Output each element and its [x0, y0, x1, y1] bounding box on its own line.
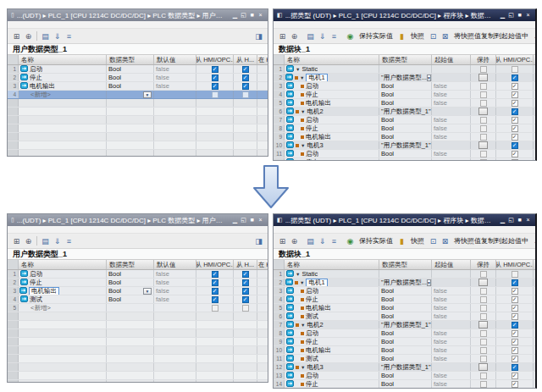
retain-checkbox[interactable] [478, 279, 488, 286]
table-row[interactable]: 8停止Boolfalse✓✓✓ [274, 124, 535, 133]
name-cell[interactable]: ▼电机2 [285, 108, 379, 115]
name-cell[interactable]: ▼电机1 [285, 279, 379, 286]
from-hmi-checkbox[interactable]: ✓ [242, 271, 249, 278]
list-icon[interactable]: ≡ [64, 235, 75, 246]
table-row[interactable]: 3电机输出Bool▾false✓✓✓ [8, 287, 268, 295]
download-icon[interactable]: ⇓ [52, 30, 63, 41]
expand-triangle-icon[interactable]: ▼ [301, 143, 305, 148]
name-cell[interactable]: 电机输出 [285, 133, 379, 141]
hmi-opc-checkbox[interactable]: ✓ [512, 305, 518, 312]
copy-down-icon[interactable]: ⇊ [532, 30, 535, 41]
close-button[interactable]: × [524, 215, 532, 225]
list-icon[interactable]: ≡ [329, 30, 340, 41]
table-row[interactable]: 10电机输出Boolfalse✓✓✓ [274, 346, 535, 355]
name-cell[interactable]: 启动 [285, 329, 379, 337]
datatype-cell[interactable]: Bool [379, 133, 432, 141]
table-row[interactable]: 3启动Boolfalse✓✓✓ [274, 287, 535, 295]
lock-icon[interactable]: ▮ [396, 30, 407, 41]
datatype-cell[interactable]: Bool [379, 116, 432, 124]
startvalue-cell[interactable]: false [432, 312, 471, 320]
close-button[interactable]: × [524, 10, 532, 20]
download-icon[interactable]: ⇓ [317, 235, 328, 246]
hmi-opc-checkbox[interactable]: ✓ [512, 108, 518, 115]
name-cell[interactable]: 启动 [285, 287, 379, 295]
retain-checkbox[interactable] [480, 347, 487, 354]
hmi-opc-checkbox[interactable] [212, 305, 218, 312]
table-row[interactable]: 2▼电机1"用户数据类型...▾✓✓✓ [274, 74, 535, 82]
datatype-cell[interactable]: Bool [107, 270, 154, 278]
list-icon[interactable]: ≡ [329, 235, 340, 246]
hmi-opc-checkbox[interactable]: ✓ [512, 100, 518, 107]
defaultvalue-cell[interactable]: false [154, 279, 196, 286]
table-row[interactable]: 4停止Boolfalse✓✓✓ [274, 295, 535, 304]
table-row[interactable]: 5<新增> [8, 304, 268, 312]
hmi-opc-checkbox[interactable]: ✓ [512, 83, 518, 90]
expand-triangle-icon[interactable]: ▼ [300, 75, 304, 80]
name-cell[interactable]: 启动 [285, 150, 379, 157]
add-row-icon[interactable]: ⊕ [23, 30, 34, 41]
name-cell[interactable]: 启动 [285, 82, 379, 90]
datatype-cell[interactable]: ▾ [107, 91, 154, 98]
from-hmi-checkbox[interactable] [242, 305, 249, 312]
expand-triangle-icon[interactable]: ▼ [296, 272, 300, 277]
snapshot-compare-icon[interactable]: ⊠ [440, 235, 451, 246]
table-row[interactable]: 1▼Static [274, 270, 535, 279]
startvalue-cell[interactable]: false [432, 91, 471, 98]
defaultvalue-cell[interactable] [154, 91, 196, 98]
datatype-cell[interactable]: Bool [379, 158, 432, 160]
maximize-button[interactable]: ■ [248, 10, 256, 20]
table-row[interactable]: 11启动Boolfalse✓✓✓ [274, 150, 535, 158]
hmi-opc-checkbox[interactable]: ✓ [512, 91, 518, 98]
startvalue-cell[interactable] [432, 270, 471, 278]
hmi-opc-checkbox[interactable]: ✓ [512, 279, 518, 286]
name-cell[interactable]: 停止 [19, 279, 107, 286]
download-icon[interactable]: ⇓ [317, 30, 328, 41]
defaultvalue-cell[interactable]: false [154, 74, 196, 81]
startvalue-cell[interactable]: false [432, 355, 471, 362]
table-row[interactable]: 14停止Boolfalse✓✓✓ [274, 380, 535, 388]
snapshot-icon[interactable]: ⊡ [428, 30, 439, 41]
datatype-cell[interactable]: "用户数据类型_1" [379, 108, 432, 115]
retain-checkbox[interactable] [480, 151, 487, 157]
table-row[interactable]: 1▼Static [274, 65, 535, 74]
minimize-button[interactable]: ▁ [231, 215, 239, 225]
startvalue-cell[interactable] [432, 363, 471, 371]
hmi-opc-checkbox[interactable]: ✓ [512, 322, 518, 329]
startvalue-cell[interactable]: false [432, 99, 471, 107]
hmi-opc-checkbox[interactable]: ✓ [512, 381, 518, 388]
from-hmi-checkbox[interactable]: ✓ [242, 296, 249, 303]
datatype-cell[interactable]: "用户数据类型_1" [379, 363, 432, 371]
startvalue-cell[interactable]: false [432, 116, 471, 124]
hmi-opc-checkbox[interactable]: ✓ [512, 330, 518, 337]
list-icon[interactable]: ≡ [64, 30, 75, 41]
expand-triangle-icon[interactable]: ▼ [301, 365, 305, 370]
keep-values-icon[interactable]: ▤ [305, 30, 316, 41]
retain-checkbox[interactable] [480, 373, 487, 379]
startvalue-cell[interactable]: false [432, 372, 471, 379]
hmi-opc-checkbox[interactable]: ✓ [512, 339, 518, 345]
copy-down-icon[interactable]: ⇊ [532, 235, 535, 246]
table-row[interactable]: 9停止Boolfalse✓✓✓ [274, 338, 535, 346]
hmi-opc-checkbox[interactable]: ✓ [512, 373, 518, 379]
name-edit-field[interactable]: 电机输出 [29, 287, 59, 295]
minimize-button[interactable]: ▁ [231, 10, 239, 20]
datatype-cell[interactable]: Bool [379, 295, 432, 303]
retain-checkbox[interactable] [480, 313, 487, 320]
hmi-opc-checkbox[interactable]: ✓ [212, 288, 218, 295]
datatype-cell[interactable] [107, 304, 154, 312]
minimize-button[interactable]: ▁ [499, 10, 506, 20]
monitor-icon[interactable]: ◉ [345, 30, 356, 41]
table-row[interactable]: 3电机输出Boolfalse✓✓✓ [8, 82, 268, 91]
insert-row-icon[interactable]: ⊞ [11, 235, 22, 246]
datatype-cell[interactable]: Bool [379, 380, 432, 388]
defaultvalue-cell[interactable]: false [154, 295, 196, 303]
table-row[interactable]: 2停止Boolfalse✓✓✓ [8, 279, 268, 287]
retain-checkbox[interactable] [480, 66, 487, 73]
datatype-cell[interactable]: Bool [379, 346, 432, 354]
retain-checkbox[interactable] [480, 356, 487, 362]
table-row[interactable]: 12停止Boolfalse✓✓✓ [274, 158, 535, 160]
lock-icon[interactable]: ▮ [396, 235, 407, 246]
table-row[interactable]: 11测试Boolfalse✓✓✓ [274, 355, 535, 363]
datatype-cell[interactable]: Bool [379, 287, 432, 295]
startvalue-cell[interactable]: false [432, 338, 471, 345]
